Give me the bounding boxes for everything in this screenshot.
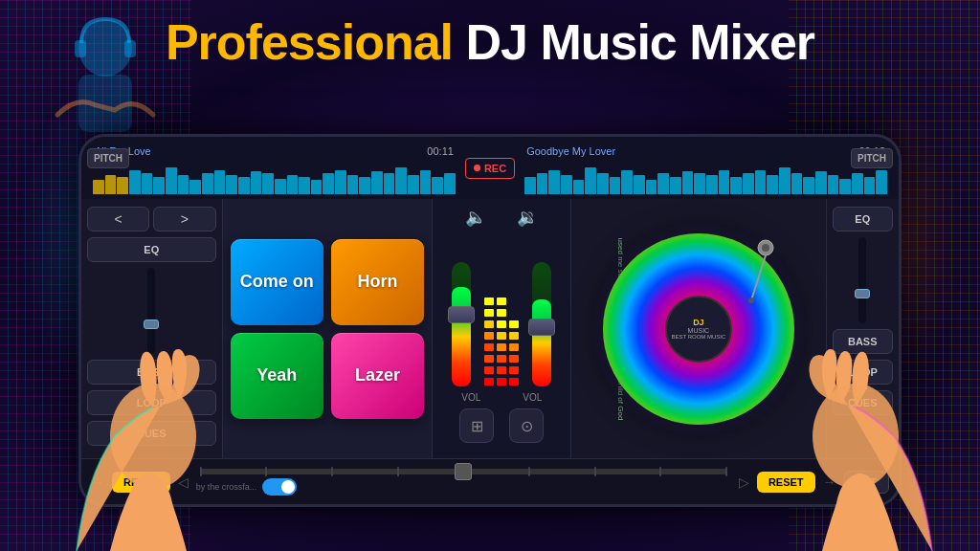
pitch-label-right: PITCH [851,148,893,168]
svg-point-5 [762,244,769,252]
vol-label-right: VOL [523,392,542,403]
v-slider-right[interactable] [858,237,866,323]
pad-yeah[interactable]: Yeah [231,333,323,419]
waveform-left-bars [91,161,457,194]
turntable[interactable]: DJ MUSIC BEST ROOM MUSIC [603,233,794,425]
device-wrapper: PITCH PITCH All For Love 00:11 [78,134,902,507]
cues-button-right[interactable]: CUES [833,390,893,415]
reset-button-right[interactable]: RESET [757,472,815,493]
vol-icon-right: 🔉 [517,207,538,228]
waveform-left-time: 00:11 [427,145,454,157]
eq-button-right[interactable]: EQ [833,207,893,231]
turntable-sublabel: MUSIC [688,327,710,334]
fader-center[interactable] [532,262,551,386]
turntable-center: DJ MUSIC BEST ROOM MUSIC [665,296,732,363]
v-slider-left-thumb [144,320,159,329]
vol-label-left: VOL [461,392,480,403]
crossfader-area: by the crossfa... [196,469,731,496]
arrow-left-nav[interactable]: → [91,474,104,490]
crossfader-arrow-left: ◁ [178,474,189,490]
bottom-bar: → RESET ◁ [81,458,899,504]
device-frame: PITCH PITCH All For Love 00:11 [78,134,902,507]
pad-lazer[interactable]: Lazer [331,333,424,419]
title-professional: Professional [166,14,453,70]
arrow-right-nav[interactable]: → [823,474,836,490]
turntable-sublabel2: BEST ROOM MUSIC [671,334,725,340]
crossfade-label-row: by the crossfa... [196,478,731,496]
right-panel: used me so I could stand and sing I am a… [571,199,825,458]
toggle-knob [281,480,295,494]
svg-line-6 [751,255,766,300]
crossfader-track[interactable] [200,469,727,474]
svg-point-7 [748,298,754,303]
pad-come-on-label: Come on [240,272,314,292]
title-area: Professional DJ Music Mixer [0,17,980,67]
crossfade-text: by the crossfa... [196,482,257,492]
pad-horn-label: Horn [358,272,398,292]
waveform-right-label: Goodbye My Lover [526,145,615,157]
vol-icon-left: 🔈 [465,207,486,228]
vol-labels: VOL VOL [440,392,563,403]
nav-right-button[interactable]: > [153,207,215,231]
pitch-label-left: PITCH [87,148,129,168]
crossfader-arrow-right: ▷ [739,474,749,490]
pad-horn[interactable]: Horn [331,239,424,325]
left-panel: < > EQ BASS LOOP CUES [81,199,223,458]
pads-area: Come on Horn Yeah Lazer [223,199,433,458]
waveform-header: All For Love 00:11 [81,137,899,199]
pads-row-top: Come on Horn [231,239,425,325]
fader-left[interactable] [452,262,471,386]
fader-center-thumb [528,319,555,336]
needle-svg [732,238,780,305]
loop-button-left[interactable]: LOOP [87,390,216,415]
grid-button[interactable]: ⊞ [459,408,494,443]
rec-dot [474,165,480,171]
faders-eq-row [440,233,563,386]
nav-arrows: < > [87,207,216,231]
reset-button-left[interactable]: RESET [112,472,170,493]
waveform-left: All For Love 00:11 [91,142,457,194]
v-slider-right-thumb [855,289,870,298]
waveform-right: Goodbye My Lover 00:13 [523,142,889,194]
pad-yeah-label: Yeah [256,365,297,386]
rec-label: REC [484,163,506,174]
v-slider-left[interactable] [147,268,155,354]
bass-button-left[interactable]: BASS [87,360,216,385]
crossfader-thumb[interactable] [455,463,472,480]
fader-left-thumb [448,306,475,323]
right-controls: EQ BASS LOOP CUES [826,199,899,458]
volume-icons: 🔈 🔉 [440,207,563,228]
rec-button[interactable]: REC [465,158,515,179]
pad-lazer-label: Lazer [355,365,400,386]
pads-row-bottom: Yeah Lazer [231,333,425,419]
title-rest: DJ Music Mixer [465,14,814,70]
mixer-area: < > EQ BASS LOOP CUES Come on [81,199,899,458]
cues-button-left[interactable]: CUES [87,421,216,446]
center-mixer: 🔈 🔉 [432,199,571,458]
eq-button-left[interactable]: EQ [87,237,216,262]
bass-button-right[interactable]: BASS [833,329,893,354]
center-buttons: ⊞ ⊙ [459,408,544,443]
crossfade-toggle[interactable] [262,478,297,496]
waveform-right-bars [523,161,889,194]
settings-button[interactable]: ⊙ [509,408,544,443]
loop-button-right[interactable]: LOOP [833,360,893,385]
turntable-label: DJ [693,318,704,328]
eq-visualization [484,262,519,386]
set-button[interactable]: SET [844,471,889,494]
nav-left-button[interactable]: < [87,207,149,231]
pad-come-on[interactable]: Come on [231,239,323,325]
